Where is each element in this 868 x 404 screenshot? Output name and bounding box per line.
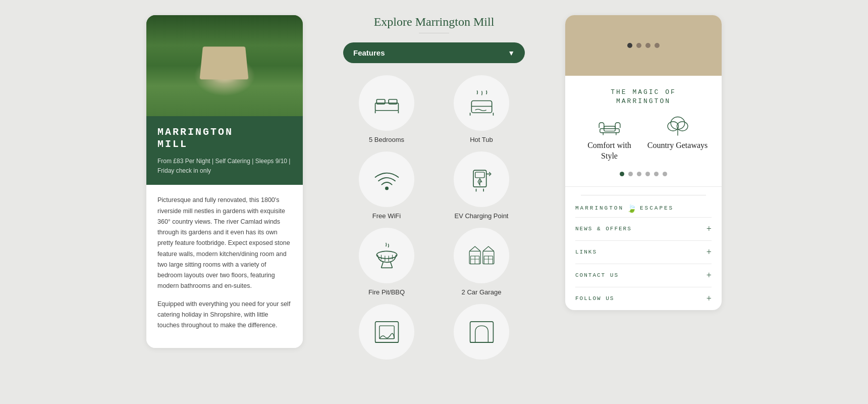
property-header: MARRINGTON MILL From £83 Per Night | Sel… [146, 116, 303, 185]
feature-icon-circle [359, 228, 414, 283]
dropdown-label: Features [353, 48, 385, 57]
explore-title: Explore Marrington Mill [343, 15, 525, 29]
leaf-icon: 🍃 [627, 204, 637, 213]
property-description: Picturesque and fully renovated, this 18… [146, 185, 303, 348]
feature-icon-circle [454, 228, 509, 283]
dot-3[interactable] [645, 43, 650, 48]
accordion-news-offers[interactable]: NEWS & OFFERS + [575, 217, 712, 240]
dot-4[interactable] [655, 43, 660, 48]
bottom-dot-5[interactable] [654, 172, 659, 176]
feature-wifi: Free WiFi [343, 152, 430, 220]
ev-charging-icon [468, 166, 496, 193]
feature-icon-circle [454, 152, 509, 207]
comfort-item-getaways: Country Getaways [647, 116, 708, 151]
accordion-plus-links: + [707, 247, 712, 258]
svg-line-18 [390, 262, 392, 268]
bed-icon [373, 89, 401, 117]
brand-panel: THE MAGIC OF MARRINGTON Comfort with Sty… [565, 15, 722, 310]
comfort-label-getaways: Country Getaways [647, 140, 708, 151]
svg-rect-38 [600, 129, 619, 133]
bottom-dot-2[interactable] [628, 172, 633, 176]
carousel-header [565, 15, 722, 76]
feature-icon-circle [454, 75, 509, 131]
feature-label-garage: 2 Car Garage [462, 288, 502, 296]
fireplace-icon [373, 318, 401, 346]
hero-image [146, 15, 303, 116]
feature-label-hot-tub: Hot Tub [470, 136, 493, 143]
bottom-dot-4[interactable] [645, 172, 650, 176]
feature-hot-tub: Hot Tub [438, 75, 525, 143]
accordion-plus-news: + [707, 224, 712, 234]
garage-icon [468, 242, 496, 270]
accordion-label-links: LINKS [575, 249, 597, 255]
svg-line-17 [381, 262, 383, 268]
feature-icon-circle [359, 152, 414, 207]
feature-ev: EV Charging Point [438, 152, 525, 220]
description-paragraph-2: Equipped with everything you need for yo… [157, 299, 292, 331]
comfort-item-style: Comfort with Style [579, 116, 640, 162]
bottom-dot-1[interactable] [620, 172, 624, 176]
svg-rect-35 [470, 321, 493, 342]
wifi-icon [373, 166, 401, 193]
carousel-dots-top [627, 43, 660, 48]
comfort-row: Comfort with Style Country Getaways [575, 116, 712, 162]
feature-label-bbq: Fire Pit/BBQ [368, 288, 405, 296]
svg-point-16 [376, 251, 397, 259]
property-card: MARRINGTON MILL From £83 Per Night | Sel… [146, 15, 303, 348]
accordion-label-follow: FOLLOW US [575, 295, 614, 301]
features-panel: Explore Marrington Mill Features ▼ 5 Be [343, 15, 525, 365]
accordion-plus-contact: + [707, 270, 712, 281]
accordion-follow[interactable]: FOLLOW US + [575, 287, 712, 310]
brand-suffix: ESCAPES [640, 205, 674, 211]
accordion-label-news: NEWS & OFFERS [575, 226, 632, 232]
title-divider [419, 33, 449, 33]
feature-icon-circle [454, 304, 509, 360]
feature-label-bedrooms: 5 Bedrooms [369, 136, 404, 143]
bottom-dot-3[interactable] [637, 172, 641, 176]
svg-point-9 [385, 187, 388, 190]
accordion-label-contact: CONTACT US [575, 272, 619, 278]
feature-arch [438, 304, 525, 365]
carousel-dots-bottom [575, 172, 712, 176]
description-paragraph-1: Picturesque and fully renovated, this 18… [157, 195, 292, 291]
feature-label-wifi: Free WiFi [372, 212, 401, 220]
feature-bedrooms: 5 Bedrooms [343, 75, 430, 143]
dot-2[interactable] [636, 43, 641, 48]
svg-rect-33 [379, 326, 394, 339]
svg-rect-11 [475, 172, 484, 177]
property-meta: From £83 Per Night | Self Catering | Sle… [157, 157, 292, 176]
features-grid: 5 Bedrooms [343, 75, 525, 365]
main-layout: MARRINGTON MILL From £83 Per Night | Sel… [0, 0, 868, 380]
brand-divider [581, 195, 706, 195]
accordion-links[interactable]: LINKS + [575, 240, 712, 264]
sofa-icon [598, 116, 622, 136]
accordion-contact[interactable]: CONTACT US + [575, 264, 712, 287]
arch-icon [468, 318, 496, 346]
feature-label-ev: EV Charging Point [455, 212, 509, 220]
chevron-down-icon: ▼ [508, 49, 515, 57]
bottom-dot-6[interactable] [663, 172, 667, 176]
footer-brand: MARRINGTON 🍃 ESCAPES [565, 204, 722, 217]
bbq-icon [373, 242, 401, 270]
feature-icon-circle [359, 304, 414, 360]
feature-fireplace [343, 304, 430, 365]
magic-section: THE MAGIC OF MARRINGTON Comfort with Sty… [565, 76, 722, 187]
dot-1[interactable] [627, 43, 632, 48]
brand-name: MARRINGTON [575, 205, 624, 211]
accordion-section: NEWS & OFFERS + LINKS + CONTACT US + FOL… [565, 217, 722, 310]
feature-bbq: Fire Pit/BBQ [343, 228, 430, 296]
feature-icon-circle [359, 75, 414, 131]
tree-icon [666, 116, 690, 136]
magic-title: THE MAGIC OF MARRINGTON [575, 88, 712, 106]
feature-garage: 2 Car Garage [438, 228, 525, 296]
aerial-photo [146, 15, 303, 116]
svg-point-41 [671, 117, 685, 130]
svg-rect-32 [375, 321, 398, 342]
property-title: MARRINGTON MILL [157, 126, 292, 150]
accordion-plus-follow: + [707, 293, 712, 304]
features-dropdown[interactable]: Features ▼ [343, 42, 525, 63]
comfort-label-style: Comfort with Style [579, 140, 640, 162]
hot-tub-icon [468, 89, 496, 117]
svg-rect-5 [471, 100, 492, 113]
